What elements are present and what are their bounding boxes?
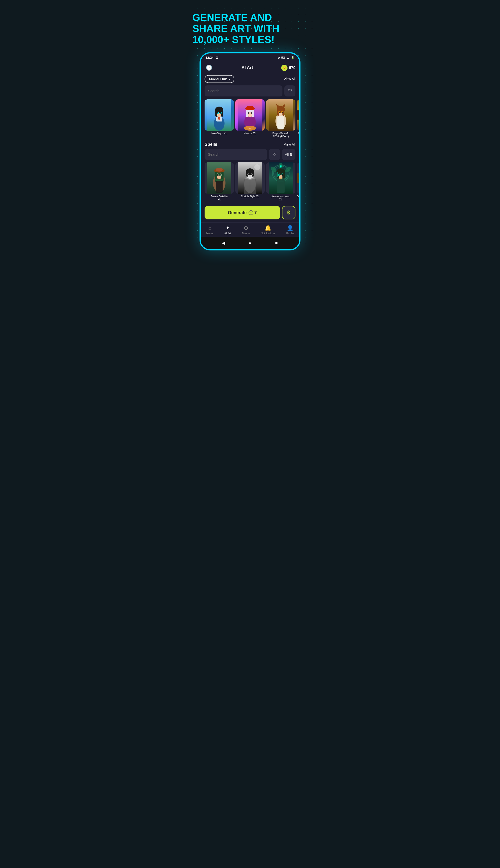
nav-item-notifications[interactable]: 🔔 Notifications xyxy=(261,225,275,235)
model-hub-button[interactable]: Model Hub › xyxy=(205,75,234,83)
svg-point-67 xyxy=(254,164,260,170)
svg-rect-80 xyxy=(277,172,278,177)
generate-settings-button[interactable]: ⚙ xyxy=(282,206,295,220)
nav-label-notifications: Notifications xyxy=(261,232,275,235)
history-icon[interactable]: 🕐 xyxy=(205,64,213,72)
chevron-right-icon: › xyxy=(229,77,230,81)
nav-label-ai-art: AI Art xyxy=(224,232,231,235)
spell-label-anime-detailer: Anime DetailerXL xyxy=(205,195,234,201)
deta-art xyxy=(297,163,299,194)
svg-point-65 xyxy=(251,174,252,175)
svg-rect-39 xyxy=(297,110,299,120)
spells-title: Spells xyxy=(205,142,217,147)
spells-heart-button[interactable]: ♡ xyxy=(269,149,280,160)
cost-coin-icon: ○ xyxy=(249,210,253,215)
model-search-heart-button[interactable]: ♡ xyxy=(284,86,295,97)
app-header: 🕐 AI Art 😊 670 xyxy=(201,61,299,74)
svg-point-84 xyxy=(282,174,283,176)
phone-bottom-bar: ◀ ● ■ xyxy=(201,237,299,249)
model-label-mugen: MugenMaluMixSDXL (PDXL) xyxy=(266,132,295,138)
spells-section-header: Spells View All xyxy=(201,139,299,149)
spell-label-sketch: Sketch Style XL xyxy=(235,195,265,198)
profile-icon: 👤 xyxy=(287,225,293,231)
svg-point-51 xyxy=(217,174,218,176)
nav-item-tavern[interactable]: ⊙ Tavern xyxy=(242,225,250,235)
model-item-kivotos[interactable]: 食 Kivotos XL xyxy=(235,99,265,138)
spell-item-deta[interactable]: Deta... xyxy=(297,163,299,201)
nav-label-profile: Profile xyxy=(286,232,294,235)
spell-label-anime-nouveau: Anime NouveauXL xyxy=(266,195,295,201)
generate-cost: ○ 7 xyxy=(249,210,257,215)
mugen-art xyxy=(266,99,295,131)
nav-item-profile[interactable]: 👤 Profile xyxy=(286,225,294,235)
model-img-mugen xyxy=(266,99,295,131)
svg-point-73 xyxy=(280,166,281,167)
home-button[interactable]: ● xyxy=(247,240,253,246)
model-hub-view-all[interactable]: View All xyxy=(284,77,295,81)
model-search-input[interactable] xyxy=(208,89,279,93)
coin-icon: 😊 xyxy=(281,65,287,71)
bottom-nav: ⌂ Home ✦ AI Art ⊙ Tavern 🔔 Notifications… xyxy=(201,222,299,237)
svg-point-46 xyxy=(216,168,223,171)
recents-icon: ■ xyxy=(275,241,278,246)
model-hub-label: Model Hub xyxy=(209,77,227,81)
spell-img-deta xyxy=(297,163,299,194)
spells-search-input[interactable] xyxy=(208,152,264,156)
svg-rect-61 xyxy=(249,175,251,177)
recents-button[interactable]: ■ xyxy=(273,240,280,246)
coins-amount: 670 xyxy=(289,66,295,70)
svg-text:食: 食 xyxy=(249,127,251,130)
model-item-holodayo[interactable]: HoloDayo XL xyxy=(205,99,234,138)
nav-label-home: Home xyxy=(206,232,213,235)
status-bar: 12:24 ⚙ ⊖ 5G ▲ 🔋 xyxy=(201,53,299,61)
model-img-overflow xyxy=(297,99,299,131)
spells-view-all[interactable]: View All xyxy=(284,142,295,146)
model-hub-row: Model Hub › View All xyxy=(201,74,299,86)
spells-filter-button[interactable]: All ⇅ xyxy=(282,149,295,160)
nav-item-home[interactable]: ⌂ Home xyxy=(206,225,213,235)
svg-rect-38 xyxy=(277,116,284,130)
svg-rect-53 xyxy=(216,179,223,193)
svg-rect-19 xyxy=(247,106,253,109)
sketch-art xyxy=(235,163,265,194)
model-item-overflow[interactable]: An... xyxy=(297,99,299,138)
svg-point-36 xyxy=(279,112,280,113)
anime-detailer-art xyxy=(205,163,234,194)
svg-point-64 xyxy=(248,174,249,175)
spell-img-anime-detailer xyxy=(205,163,234,194)
nav-item-ai-art[interactable]: ✦ AI Art xyxy=(224,225,231,235)
spell-label-deta: Deta... xyxy=(297,195,299,198)
spells-grid: Anime DetailerXL xyxy=(201,163,299,203)
signal-bars-icon: ▲ xyxy=(286,56,289,59)
notifications-icon: 🔔 xyxy=(265,225,271,231)
chevron-updown-icon: ⇅ xyxy=(290,153,293,156)
model-grid: HoloDayo XL xyxy=(201,99,299,139)
model-item-mugen[interactable]: MugenMaluMixSDXL (PDXL) xyxy=(266,99,295,138)
settings-gear-icon: ⚙ xyxy=(286,210,291,216)
battery-icon: 🔋 xyxy=(291,56,295,59)
back-button[interactable]: ◀ xyxy=(220,240,227,246)
generate-button[interactable]: Generate ○ 7 xyxy=(205,206,280,220)
spell-item-anime-nouveau[interactable]: Anime NouveauXL xyxy=(266,163,295,201)
model-label-holodayo: HoloDayo XL xyxy=(205,132,234,135)
spell-item-anime-detailer[interactable]: Anime DetailerXL xyxy=(205,163,234,201)
ai-art-icon: ✦ xyxy=(226,225,230,231)
home-icon: ⌂ xyxy=(208,225,211,231)
model-search-row: ♡ xyxy=(201,86,299,99)
model-label-overflow: An... xyxy=(297,132,299,135)
spells-search-wrap xyxy=(205,149,267,160)
svg-rect-86 xyxy=(277,179,285,193)
spell-item-sketch[interactable]: Sketch Style XL xyxy=(235,163,265,201)
model-label-kivotos: Kivotos XL xyxy=(235,132,265,135)
headline: GENERATE ANDSHARE ART WITH10,000+ STYLES… xyxy=(188,5,312,52)
signal-label: 5G xyxy=(281,56,285,59)
coins-display: 😊 670 xyxy=(281,65,295,71)
status-time: 12:24 xyxy=(205,56,214,59)
anime-nouveau-art xyxy=(266,163,295,194)
svg-point-37 xyxy=(282,112,283,113)
nav-label-tavern: Tavern xyxy=(242,232,250,235)
spells-heart-icon: ♡ xyxy=(273,152,276,157)
generate-label: Generate xyxy=(228,210,247,215)
spell-img-anime-nouveau xyxy=(266,163,295,194)
kivotos-art: 食 xyxy=(235,99,265,131)
